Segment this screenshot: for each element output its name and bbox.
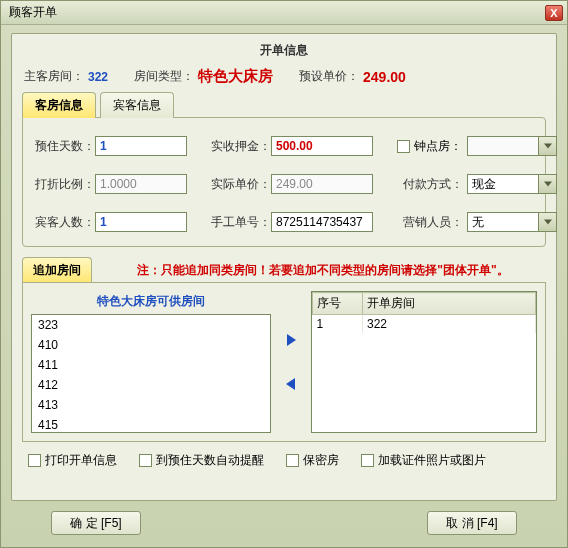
actual-price-label: 实际单价：	[211, 176, 271, 193]
guest-count-input[interactable]	[95, 212, 187, 232]
button-row: 确 定 [F5] 取 消 [F4]	[11, 501, 557, 539]
guest-count-label: 宾客人数：	[35, 214, 95, 231]
list-item[interactable]: 411	[32, 355, 270, 375]
chevron-down-icon	[544, 181, 552, 187]
list-item[interactable]: 410	[32, 335, 270, 355]
secret-checkbox[interactable]	[286, 454, 299, 467]
header-row: 主客房间： 322 房间类型： 特色大床房 预设单价： 249.00	[22, 65, 546, 92]
table-row[interactable]: 1322	[313, 315, 536, 334]
tabs: 客房信息 宾客信息	[22, 92, 546, 118]
panel-title: 开单信息	[22, 40, 546, 65]
sales-label: 营销人员：	[397, 214, 467, 231]
add-room-note: 注：只能追加同类房间！若要追加不同类型的房间请选择"团体开单"。	[100, 262, 546, 279]
window: 顾客开单 X 开单信息 主客房间： 322 房间类型： 特色大床房 预设单价： …	[0, 0, 568, 548]
clock-room-dropdown-button[interactable]	[539, 136, 557, 156]
add-room-tab[interactable]: 追加房间	[22, 257, 92, 283]
content: 开单信息 主客房间： 322 房间类型： 特色大床房 预设单价： 249.00 …	[1, 25, 567, 547]
main-room-label: 主客房间：	[24, 68, 84, 85]
cancel-button[interactable]: 取 消 [F4]	[427, 511, 517, 535]
arrow-right-icon	[284, 333, 298, 347]
list-item[interactable]: 413	[32, 395, 270, 415]
chevron-down-icon	[544, 143, 552, 149]
list-item[interactable]: 323	[32, 315, 270, 335]
tab-room-info[interactable]: 客房信息	[22, 92, 96, 118]
load-id-photo-option[interactable]: 加载证件照片或图片	[361, 452, 486, 469]
arrow-left-icon	[284, 377, 298, 391]
discount-label: 打折比例：	[35, 176, 95, 193]
actual-price-input[interactable]	[271, 174, 373, 194]
selected-rooms-table-wrap[interactable]: 序号 开单房间 1322	[311, 291, 537, 433]
secret-label: 保密房	[303, 452, 339, 469]
sales-input[interactable]	[467, 212, 539, 232]
window-title: 顾客开单	[9, 4, 57, 21]
titlebar: 顾客开单 X	[1, 1, 567, 25]
col-room: 开单房间	[363, 293, 536, 315]
load-id-photo-checkbox[interactable]	[361, 454, 374, 467]
add-room-body: 特色大床房可供房间 323410411412413415	[22, 282, 546, 442]
pay-method-dropdown-button[interactable]	[539, 174, 557, 194]
form-grid: 预住天数： 实收押金： 钟点房：	[35, 136, 533, 232]
clock-room-combo	[467, 136, 557, 156]
chevron-down-icon	[544, 219, 552, 225]
move-buttons-col	[279, 291, 303, 433]
clock-room-checkbox[interactable]	[397, 140, 410, 153]
pay-method-label: 付款方式：	[397, 176, 467, 193]
clock-room-check-wrap: 钟点房：	[397, 138, 467, 155]
sales-dropdown-button[interactable]	[539, 212, 557, 232]
days-input[interactable]	[95, 136, 187, 156]
ok-button[interactable]: 确 定 [F5]	[51, 511, 141, 535]
pay-method-combo	[467, 174, 557, 194]
preset-price-label: 预设单价：	[299, 68, 359, 85]
available-rooms-col: 特色大床房可供房间 323410411412413415	[31, 291, 271, 433]
selected-rooms-col: 序号 开单房间 1322	[311, 291, 537, 433]
move-left-button[interactable]	[280, 373, 302, 395]
print-option[interactable]: 打印开单信息	[28, 452, 117, 469]
selected-rooms-table: 序号 开单房间 1322	[312, 292, 536, 333]
days-label: 预住天数：	[35, 138, 95, 155]
clock-room-input[interactable]	[467, 136, 539, 156]
manual-no-label: 手工单号：	[211, 214, 271, 231]
available-rooms-listbox[interactable]: 323410411412413415	[31, 314, 271, 433]
deposit-input[interactable]	[271, 136, 373, 156]
list-item[interactable]: 415	[32, 415, 270, 433]
close-icon: X	[550, 7, 557, 19]
main-panel: 开单信息 主客房间： 322 房间类型： 特色大床房 预设单价： 249.00 …	[11, 33, 557, 501]
options-row: 打印开单信息 到预住天数自动提醒 保密房 加载证件照片或图片	[22, 442, 546, 473]
print-checkbox[interactable]	[28, 454, 41, 467]
auto-remind-label: 到预住天数自动提醒	[156, 452, 264, 469]
tab-guest-info[interactable]: 宾客信息	[100, 92, 174, 118]
col-seq: 序号	[313, 293, 363, 315]
close-button[interactable]: X	[545, 5, 563, 21]
load-id-photo-label: 加载证件照片或图片	[378, 452, 486, 469]
tab-body-room-info: 预住天数： 实收押金： 钟点房：	[22, 117, 546, 247]
sales-combo	[467, 212, 557, 232]
manual-no-input[interactable]	[271, 212, 373, 232]
preset-price-value: 249.00	[363, 69, 406, 85]
add-room-header: 追加房间 注：只能追加同类房间！若要追加不同类型的房间请选择"团体开单"。	[22, 257, 546, 283]
room-type-value: 特色大床房	[198, 67, 273, 86]
pay-method-input[interactable]	[467, 174, 539, 194]
auto-remind-option[interactable]: 到预住天数自动提醒	[139, 452, 264, 469]
room-type-label: 房间类型：	[134, 68, 194, 85]
available-rooms-title: 特色大床房可供房间	[31, 291, 271, 314]
auto-remind-checkbox[interactable]	[139, 454, 152, 467]
clock-room-label: 钟点房：	[414, 138, 462, 155]
list-item[interactable]: 412	[32, 375, 270, 395]
add-room-section: 追加房间 注：只能追加同类房间！若要追加不同类型的房间请选择"团体开单"。 特色…	[22, 257, 546, 442]
discount-input[interactable]	[95, 174, 187, 194]
print-label: 打印开单信息	[45, 452, 117, 469]
deposit-label: 实收押金：	[211, 138, 271, 155]
move-right-button[interactable]	[280, 329, 302, 351]
secret-option[interactable]: 保密房	[286, 452, 339, 469]
main-room-value: 322	[88, 70, 108, 84]
